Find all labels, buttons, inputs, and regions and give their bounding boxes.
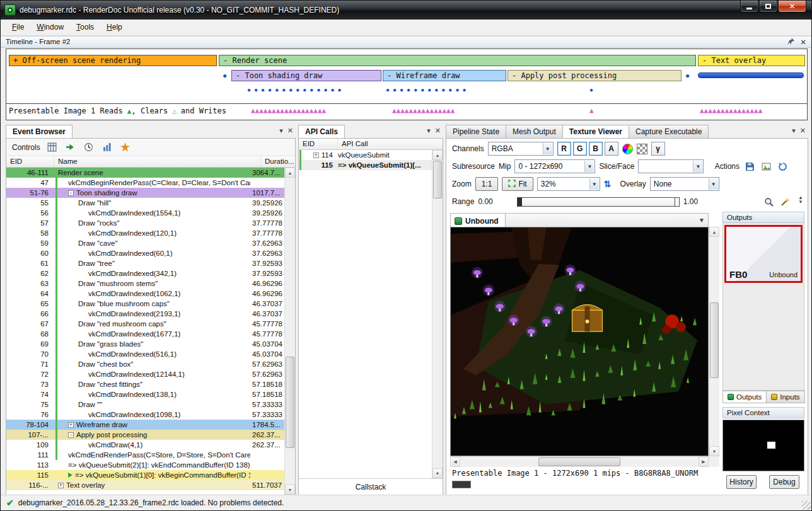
- tab-outputs[interactable]: Outputs: [722, 391, 767, 403]
- colorwheel-icon[interactable]: [622, 144, 633, 154]
- scroll-thumb[interactable]: [538, 457, 620, 466]
- timeline-event-dot[interactable]: ●: [685, 72, 690, 79]
- texture-list-chevron-icon[interactable]: ▼: [699, 217, 705, 224]
- timeline-event-dot[interactable]: ●: [223, 72, 227, 79]
- range-black-point-handle[interactable]: [518, 198, 522, 206]
- event-row-57[interactable]: 57Draw "rocks"37.77778: [6, 218, 284, 228]
- scroll-thumb[interactable]: [433, 161, 442, 198]
- bookmark-star-icon[interactable]: [120, 142, 132, 152]
- tab-inputs[interactable]: Inputs: [766, 391, 804, 403]
- timeline-overlay-marker[interactable]: [698, 72, 804, 78]
- overlay-combo[interactable]: None ▼: [650, 177, 719, 191]
- close-button[interactable]: ✕: [778, 1, 806, 13]
- scroll-thumb[interactable]: [710, 302, 719, 378]
- event-row-47[interactable]: 47vkCmdBeginRenderPass(C=Clear, D=Clear,…: [6, 178, 284, 188]
- zoom-range-icon[interactable]: [762, 195, 775, 208]
- event-row-115[interactable]: 115=> vkQueueSubmit(1)[0]: vkBeginComman…: [6, 470, 284, 480]
- api-calls-close-icon[interactable]: ✕: [435, 127, 441, 135]
- event-row-67[interactable]: 67Draw "red mushroom caps"45.77778: [6, 319, 284, 329]
- resize-grip[interactable]: [802, 501, 811, 510]
- range-collapse-icon[interactable]: ▲▼: [798, 195, 803, 204]
- timeline-bar-offscreen[interactable]: + Off-screen scene rendering: [9, 55, 217, 66]
- scroll-down-icon[interactable]: ▼: [432, 468, 443, 478]
- range-slider[interactable]: [517, 197, 680, 207]
- api-row-114[interactable]: +114vkQueueSubmit: [299, 150, 432, 160]
- scroll-down-icon[interactable]: ▼: [709, 446, 719, 456]
- event-row-58[interactable]: 58vkCmdDrawIndexed(120,1)37.77778: [6, 228, 284, 238]
- goto-eid-icon[interactable]: [66, 142, 77, 152]
- event-row-109[interactable]: 109vkCmdDraw(4,1)262.37...: [6, 440, 284, 450]
- range-white-point-handle[interactable]: [675, 198, 679, 206]
- channels-combo[interactable]: RGBA ▼: [488, 142, 554, 156]
- callstack-section[interactable]: Callstack: [299, 478, 443, 495]
- minimize-button[interactable]: [740, 1, 758, 13]
- toon-draw-dots[interactable]: ●●●●●●●●●●●●●●: [247, 86, 345, 93]
- timeline-bar-text-overlay[interactable]: - Text overlay: [698, 55, 805, 66]
- event-row-68[interactable]: 68vkCmdDrawIndexed(1677,1)45.77778: [6, 329, 284, 339]
- post-draw-dot[interactable]: ●: [589, 86, 596, 93]
- event-row-59[interactable]: 59Draw "cave"37.62963: [6, 238, 284, 248]
- column-eid[interactable]: EID: [6, 156, 54, 167]
- timeline-browse-icon[interactable]: [47, 142, 59, 152]
- pin-icon[interactable]: [787, 37, 795, 47]
- outputs-header[interactable]: Outputs: [722, 212, 804, 223]
- channel-g-button[interactable]: G: [573, 142, 587, 156]
- tab-texture-viewer[interactable]: Texture Viewer: [562, 125, 629, 138]
- tab-mesh-output[interactable]: Mesh Output: [506, 125, 563, 138]
- event-browser-scrollbar[interactable]: ▲ ▼: [284, 168, 295, 495]
- scroll-right-icon[interactable]: ▶: [699, 457, 709, 467]
- texture-vscrollbar[interactable]: ▲ ▼: [709, 227, 719, 456]
- texture-hscrollbar[interactable]: ◀ ▶: [450, 456, 709, 467]
- expander-icon[interactable]: +: [313, 152, 319, 158]
- pixel-context-header[interactable]: Pixel Context: [722, 407, 804, 418]
- event-row-70[interactable]: 70vkCmdDrawIndexed(516,1)45.03704: [6, 349, 284, 359]
- timeline-close-icon[interactable]: ✕: [800, 38, 806, 47]
- channel-r-button[interactable]: R: [557, 142, 571, 156]
- event-row-63[interactable]: 63Draw "mushroom stems"46.96296: [6, 278, 284, 289]
- menu-item-help[interactable]: Help: [100, 20, 129, 35]
- event-row-66[interactable]: 66vkCmdDrawIndexed(2193,1)46.37037: [6, 309, 284, 319]
- timeline-header[interactable]: Timeline - Frame #2 ✕: [1, 36, 811, 48]
- expander-icon[interactable]: +: [68, 422, 74, 428]
- column-name[interactable]: Name: [54, 156, 261, 167]
- event-row-111[interactable]: 111vkCmdEndRenderPass(C=Store, D=Store, …: [6, 450, 284, 460]
- save-icon[interactable]: [743, 160, 756, 173]
- event-row-78-104[interactable]: 78-104+Wireframe draw1784.5...: [6, 420, 284, 430]
- zoom-combo[interactable]: 32% ▼: [537, 177, 600, 191]
- texture-display[interactable]: [450, 227, 709, 456]
- event-row-51-76[interactable]: 51-76-Toon shading draw1017.7...: [6, 188, 284, 198]
- timeline-bar-wireframe[interactable]: - Wireframe draw: [383, 70, 506, 81]
- right-panel-close-icon[interactable]: ✕: [800, 127, 806, 135]
- channel-b-button[interactable]: B: [589, 142, 603, 156]
- channel-a-button[interactable]: A: [605, 142, 618, 156]
- stats-icon[interactable]: [102, 142, 113, 152]
- scroll-left-icon[interactable]: ◀: [450, 457, 460, 467]
- event-row-116-...[interactable]: 116-...+Text overlay511.7037: [6, 480, 284, 490]
- zoom-1to1-button[interactable]: 1:1: [475, 177, 499, 191]
- event-row-61[interactable]: 61Draw "tree"37.92593: [6, 258, 284, 268]
- event-row-56[interactable]: 56vkCmdDrawIndexed(1554,1)39.25926: [6, 208, 284, 218]
- checkerboard-icon[interactable]: [637, 144, 647, 154]
- gamma-button[interactable]: γ: [651, 142, 665, 156]
- menu-item-window[interactable]: Window: [30, 20, 70, 35]
- tab-event-browser[interactable]: Event Browser: [6, 125, 72, 138]
- event-row-107-...[interactable]: 107-...-Apply post processing262.37...: [6, 430, 284, 440]
- scroll-thumb[interactable]: [286, 357, 294, 448]
- tab-capture-executable[interactable]: Capture Executable: [629, 125, 709, 138]
- event-row-64[interactable]: 64vkCmdDrawIndexed(1062,1)46.96296: [6, 289, 284, 299]
- api-row-115[interactable]: 115=> vkQueueSubmit(1)[...: [299, 160, 432, 170]
- event-row-72[interactable]: 72vkCmdDrawIndexed(12144,1)57.62963: [6, 369, 284, 379]
- timeline-bar-render-scene[interactable]: - Render scene: [219, 55, 696, 66]
- event-browser-menu-icon[interactable]: ▾: [279, 127, 283, 135]
- debug-button[interactable]: Debug: [769, 475, 799, 489]
- expander-icon[interactable]: -: [68, 432, 74, 438]
- api-calls-scrollbar[interactable]: ▲ ▼: [432, 150, 443, 478]
- title-bar[interactable]: debugmarker.rdc - RenderDoc Unofficial r…: [1, 1, 811, 20]
- autofit-wand-icon[interactable]: [779, 195, 791, 208]
- export-image-icon[interactable]: [760, 160, 772, 173]
- menu-item-file[interactable]: File: [6, 20, 30, 35]
- column-api-call[interactable]: API Call: [338, 139, 443, 149]
- timeline-panel[interactable]: + Off-screen scene rendering - Render sc…: [6, 49, 808, 120]
- time-draws-icon[interactable]: [84, 142, 95, 152]
- timeline-bar-post[interactable]: - Apply post processing: [508, 70, 682, 81]
